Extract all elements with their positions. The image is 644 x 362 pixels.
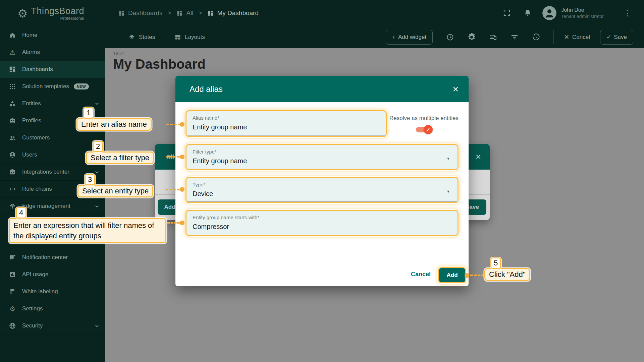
top-bar: Dashboards > All > My Dashboard John Doe… xyxy=(105,0,644,26)
profiles-icon xyxy=(8,117,17,125)
alarm-warning-icon: ⚠ xyxy=(8,48,17,56)
sidebar-item-notification-center[interactable]: Notification center xyxy=(0,249,105,266)
callout-step-number: 2 xyxy=(93,141,103,152)
layout-icon xyxy=(174,34,181,41)
field-label: Entity group name starts with* xyxy=(193,215,451,220)
sidebar-item-dashboards[interactable]: Dashboards xyxy=(0,61,105,78)
notifications-bell-icon[interactable] xyxy=(524,9,532,17)
user-avatar[interactable] xyxy=(542,6,556,20)
callout-connector-dot xyxy=(180,221,184,225)
app-logo[interactable]: ⚙ ThingsBoard Professional xyxy=(0,0,105,27)
filter-icon[interactable] xyxy=(511,33,519,41)
field-label: Filter type* xyxy=(193,149,451,155)
sidebar-item-white-labeling[interactable]: White labeling xyxy=(0,283,105,300)
dashboard-icon xyxy=(207,10,214,16)
dashboard-title-value: My Dashboard xyxy=(113,57,206,72)
settings-gear-icon: ⚙ xyxy=(8,305,17,313)
dashboard-title-label: Title* xyxy=(113,51,124,56)
resolve-multiple-toggle[interactable]: ✓ xyxy=(416,126,432,133)
callout-label: Enter an expression that will filter nam… xyxy=(9,218,166,243)
home-icon xyxy=(8,31,17,39)
rule-chains-icon xyxy=(8,185,17,193)
field-label: Type* xyxy=(193,182,451,187)
manage-layouts-devices-icon[interactable] xyxy=(489,33,497,41)
dashboard-edit-toolbar: States Layouts + Add widget ✕ Cancel xyxy=(105,26,644,48)
sidebar-item-api-usage[interactable]: API usage xyxy=(0,266,105,283)
field-value: Device xyxy=(193,190,451,198)
breadcrumb-separator: > xyxy=(199,10,202,16)
sidebar-item-home[interactable]: Home xyxy=(0,27,105,44)
white-labeling-icon xyxy=(8,288,17,296)
callout-label: Enter an alias name xyxy=(76,118,152,131)
app-root: ⚙ ThingsBoard Professional Home ⚠ Alarms… xyxy=(0,0,644,362)
close-icon[interactable]: × xyxy=(452,84,459,94)
add-widget-button[interactable]: + Add widget xyxy=(386,30,433,45)
add-alias-dialog-header: Add alias × xyxy=(175,76,469,102)
chevron-down-icon xyxy=(94,203,100,209)
sidebar-item-solution-templates[interactable]: Solution templates NEW xyxy=(0,78,105,95)
breadcrumb-label: All xyxy=(186,9,193,17)
breadcrumb-label: My Dashboard xyxy=(217,9,259,17)
field-value: Entity group name xyxy=(193,123,380,131)
customers-icon xyxy=(8,134,17,142)
sidebar-item-label: Solution templates xyxy=(22,83,69,90)
callout-label: Select a filter type xyxy=(86,152,154,164)
toggle-thumb-check-icon: ✓ xyxy=(424,125,433,134)
callout-connector-dot xyxy=(180,187,184,192)
add-alias-dialog: Add alias × Alias name* Entity group nam… xyxy=(175,76,469,286)
sidebar-item-label: Entities xyxy=(22,100,41,107)
cancel-edit-button[interactable]: ✕ Cancel xyxy=(564,33,590,41)
breadcrumb-dashboards[interactable]: Dashboards xyxy=(118,9,162,17)
add-widget-label: Add widget xyxy=(398,34,426,41)
fullscreen-icon[interactable] xyxy=(503,9,512,17)
group-name-starts-with-field[interactable]: Entity group name starts with* Compresso… xyxy=(185,210,459,236)
filter-type-select[interactable]: Filter type* Entity group name ▼ xyxy=(185,144,459,170)
sidebar-item-label: Rule chains xyxy=(22,186,52,192)
sidebar-item-label: Dashboards xyxy=(22,66,53,73)
callout-connector xyxy=(167,222,180,224)
more-options-kebab-icon[interactable]: ⋮ xyxy=(623,9,631,17)
sidebar-item-label: Settings xyxy=(22,305,43,312)
callout-step-number: 1 xyxy=(83,107,94,119)
version-history-icon[interactable] xyxy=(532,33,540,41)
time-window-clock-icon[interactable] xyxy=(446,33,454,41)
callout-connector xyxy=(166,156,180,158)
layouts-button[interactable]: Layouts xyxy=(174,34,205,41)
sidebar-item-label: Profiles xyxy=(22,117,41,124)
layers-icon xyxy=(128,34,135,41)
callout-connector xyxy=(165,189,180,190)
field-underline xyxy=(187,135,385,135)
security-icon xyxy=(8,322,17,330)
thingsboard-logo-icon: ⚙ xyxy=(17,7,28,20)
callout-connector xyxy=(470,275,484,276)
sidebar-item-settings[interactable]: ⚙ Settings xyxy=(0,300,105,317)
save-dashboard-button[interactable]: ✓ Save xyxy=(600,30,633,45)
breadcrumb-all[interactable]: All xyxy=(176,9,193,17)
field-underline xyxy=(187,201,457,201)
dashboard-icon xyxy=(118,10,125,16)
callout-step-number: 3 xyxy=(85,174,95,185)
user-role: Tenant administrator xyxy=(561,14,604,19)
breadcrumb-my-dashboard[interactable]: My Dashboard xyxy=(207,9,259,17)
chevron-down-icon xyxy=(94,169,100,175)
dialog-cancel-button[interactable]: Cancel xyxy=(411,271,431,278)
sidebar-item-alarms[interactable]: ⚠ Alarms xyxy=(0,44,105,61)
dropdown-arrow-icon: ▼ xyxy=(446,157,450,161)
entity-type-select[interactable]: Type* Device ▼ xyxy=(185,177,459,203)
close-icon[interactable]: × xyxy=(476,152,481,162)
breadcrumb: Dashboards > All > My Dashboard xyxy=(118,9,259,17)
dashboard-settings-gear-icon[interactable] xyxy=(468,33,476,41)
sidebar-item-security[interactable]: Security xyxy=(0,317,105,335)
field-label: Alias name* xyxy=(193,115,380,121)
field-value: Entity group name xyxy=(193,157,451,165)
callout-step-number: 5 xyxy=(490,257,501,269)
cancel-label: Cancel xyxy=(572,34,590,41)
states-button[interactable]: States xyxy=(128,34,155,41)
sidebar-item-customers[interactable]: Customers xyxy=(0,129,105,146)
sidebar-item-label: Users xyxy=(22,152,37,158)
dashboard-icon xyxy=(176,10,183,16)
callout-connector-dot xyxy=(180,122,184,127)
alias-name-field[interactable]: Alias name* Entity group name xyxy=(185,110,387,137)
dialog-add-button[interactable]: Add xyxy=(438,267,466,283)
logo-subtitle: Professional xyxy=(60,16,85,21)
